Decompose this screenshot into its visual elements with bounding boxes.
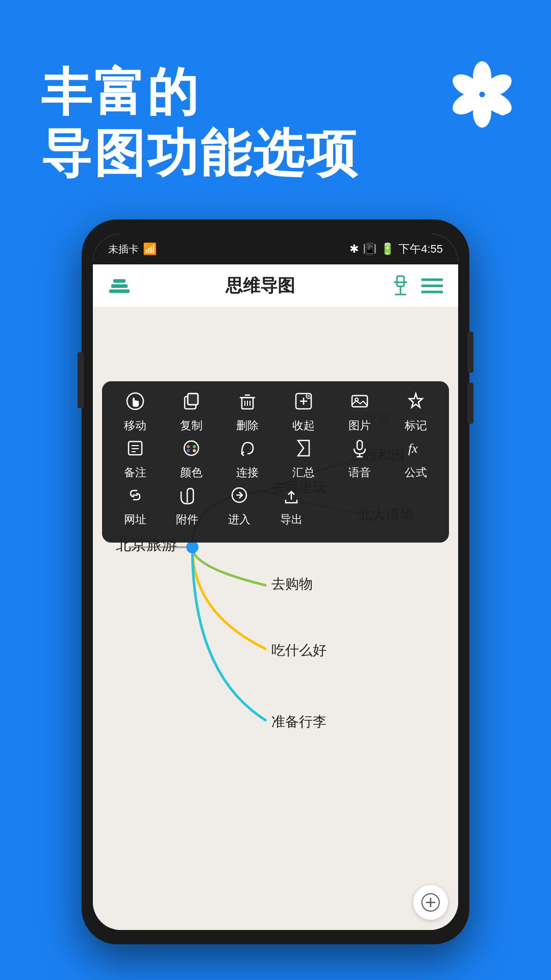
mark-label: 标记 [405,418,427,433]
svg-text:fx: fx [408,441,418,456]
move-label: 移动 [124,418,146,433]
battery-icon: 🔋 [381,242,394,256]
svg-point-6 [496,99,509,115]
vol-down-button [467,383,473,424]
attachment-label: 附件 [176,512,198,527]
svg-rect-37 [352,396,367,407]
context-menu[interactable]: 移动 复制 [102,381,449,543]
menu-item-voice[interactable]: 语音 [337,438,383,480]
copy-icon [182,391,201,414]
enter-label: 进入 [228,512,251,527]
note-label: 备注 [124,465,146,480]
node-gouwu[interactable]: 去购物 [271,575,313,593]
status-bar: 未插卡 📶 ✱ 📳 🔋 下午4:55 [93,234,458,264]
menu-item-formula[interactable]: fx 公式 [393,438,439,480]
status-left: 未插卡 📶 [108,242,157,256]
menu-item-mark[interactable]: 标记 [393,391,439,433]
svg-point-44 [187,445,190,448]
connect-icon [238,438,257,461]
voice-icon [350,438,369,461]
formula-icon: fx [406,438,425,461]
layers-icon[interactable] [108,276,131,296]
phone-device: 未插卡 📶 ✱ 📳 🔋 下午4:55 思维导图 [82,219,469,944]
zoom-button[interactable] [413,885,448,920]
status-right: ✱ 📳 🔋 下午4:55 [349,241,443,257]
delete-icon [238,391,257,414]
enter-icon [230,485,249,508]
summary-label: 汇总 [292,465,315,480]
node-xingli[interactable]: 准备行李 [271,713,327,731]
image-icon [350,391,369,414]
app-header: 思维导图 [93,264,458,307]
menu-item-delete[interactable]: 删除 [224,391,270,433]
menu-item-attachment[interactable]: 附件 [164,485,210,527]
menu-item-enter[interactable]: 进入 [216,485,262,527]
collapse-icon [294,391,313,414]
signal-icon: 📶 [143,242,157,256]
carrier-text: 未插卡 [108,242,139,256]
mark-icon [406,391,425,414]
app-logo [449,61,515,128]
export-icon [282,485,301,508]
svg-point-45 [193,445,196,448]
menu-item-note[interactable]: 备注 [112,438,158,480]
node-chile[interactable]: 吃什么好 [271,641,327,659]
connect-label: 连接 [236,465,259,480]
note-icon [126,438,145,461]
color-label: 颜色 [180,465,203,480]
menu-item-image[interactable]: 图片 [337,391,383,433]
svg-marker-48 [298,440,309,456]
menu-row-2: 备注 颜色 [107,438,444,480]
svg-rect-24 [188,394,198,405]
mindmap-area[interactable]: 北京旅游 去哪里玩 颐和园 北大清华 去购物 吃什么好 准备行李 故宫 [93,307,458,930]
menu-row-3: 网址 附件 [107,485,444,527]
header-text: 丰富的 导图功能选项 [41,61,359,184]
time-text: 下午4:55 [398,241,443,257]
formula-label: 公式 [405,465,427,480]
menu-item-copy[interactable]: 复制 [168,391,214,433]
delete-label: 删除 [236,418,259,433]
menu-item-connect[interactable]: 连接 [224,438,270,480]
svg-rect-10 [397,276,404,286]
voice-label: 语音 [348,465,371,480]
menu-item-collapse[interactable]: 收起 [281,391,327,433]
svg-rect-8 [111,284,128,288]
attachment-icon [178,485,197,508]
url-label: 网址 [124,512,146,527]
svg-point-46 [187,449,190,452]
url-icon [126,485,145,508]
svg-point-18 [186,541,198,553]
summary-icon [294,438,313,461]
svg-rect-49 [357,440,362,450]
vol-up-button [467,332,473,373]
pin-icon[interactable] [390,275,411,297]
export-label: 导出 [280,512,303,527]
move-icon [126,391,145,414]
phone-screen: 未插卡 📶 ✱ 📳 🔋 下午4:55 思维导图 [93,234,458,930]
svg-rect-9 [113,279,126,283]
svg-point-43 [184,441,198,455]
menu-row-1: 移动 复制 [107,391,444,433]
menu-item-export[interactable]: 导出 [268,485,314,527]
copy-label: 复制 [180,418,203,433]
menu-item-move[interactable]: 移动 [112,391,158,433]
color-icon [182,438,201,461]
vibrate-icon: 📳 [363,242,377,256]
menu-icon[interactable] [421,278,443,293]
collapse-label: 收起 [292,418,315,433]
image-label: 图片 [348,418,371,433]
header-line1: 丰富的 [41,61,359,122]
header-line2: 导图功能选项 [41,122,359,184]
svg-point-47 [193,449,196,452]
svg-rect-7 [109,289,130,293]
menu-item-summary[interactable]: 汇总 [281,438,327,480]
bluetooth-icon: ✱ [349,242,359,256]
menu-item-url[interactable]: 网址 [112,485,158,527]
app-title: 思维导图 [226,274,295,298]
menu-item-color[interactable]: 颜色 [168,438,214,480]
power-button [78,352,84,408]
